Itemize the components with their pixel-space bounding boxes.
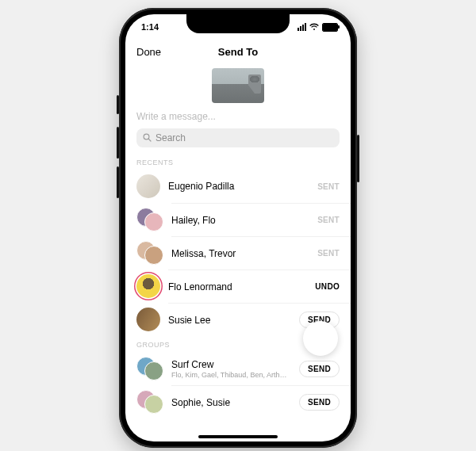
svg-line-1 [148,139,151,141]
list-item[interactable]: Surf Crew Flo, Kim, Gael, Thibaud, Ben, … [125,352,351,385]
groups-list: Surf Crew Flo, Kim, Gael, Thibaud, Ben, … [125,352,351,419]
contact-name: Susie Lee [168,315,299,326]
status-right [298,23,338,32]
search-icon [143,133,152,143]
side-button [117,127,119,159]
phone-frame: 1:14 Done Send To Write a message... S [119,8,357,448]
done-button[interactable]: Done [136,46,161,58]
avatar-group [136,357,163,380]
sent-status: SENT [317,182,340,191]
section-header-recents: RECENTS [125,154,351,170]
send-button[interactable]: SEND [299,394,340,411]
search-placeholder: Search [155,132,186,143]
list-item[interactable]: Eugenio Padilla SENT [125,170,351,203]
recents-list: Eugenio Padilla SENT Hailey, Flo SENT [125,170,351,336]
avatar-group [136,241,163,265]
home-indicator[interactable] [198,435,278,438]
message-input[interactable]: Write a message... [125,106,351,124]
avatar-group [136,208,163,231]
group-name: Surf Crew [171,359,299,370]
list-item[interactable]: Hailey, Flo SENT [125,203,351,236]
story-preview-thumbnail[interactable] [212,68,264,103]
nav-bar: Done Send To [125,40,351,63]
preview-area [125,63,351,106]
status-time: 1:14 [141,22,159,32]
send-button[interactable]: SEND [299,361,340,377]
avatar [136,308,160,331]
contact-name: Eugenio Padilla [168,181,317,192]
avatar [136,174,160,198]
screen: 1:14 Done Send To Write a message... S [125,14,351,441]
cellular-icon [298,23,306,31]
group-name: Sophie, Susie [171,397,299,408]
notch [186,14,290,33]
side-button [357,135,359,182]
sent-status: SENT [317,216,340,224]
contact-name: Melissa, Trevor [171,248,317,259]
list-item[interactable]: Flo Lenormand UNDO [125,269,351,303]
avatar-group [136,390,163,414]
list-item[interactable]: Sophie, Susie SEND [125,385,351,419]
wifi-icon [309,23,319,31]
battery-icon [322,23,338,32]
contact-name: Hailey, Flo [171,215,317,226]
avatar [136,274,160,298]
undo-button[interactable]: UNDO [315,282,340,291]
side-button [117,95,119,114]
side-button [117,166,119,198]
page-title: Send To [218,46,258,58]
group-members: Flo, Kim, Gael, Thibaud, Ben, Arth… [171,371,299,379]
search-input[interactable]: Search [136,128,340,147]
list-item[interactable]: Melissa, Trevor SENT [125,236,351,269]
sent-status: SENT [317,249,340,258]
floating-action-button[interactable] [303,321,338,356]
contact-name: Flo Lenormand [168,281,315,292]
